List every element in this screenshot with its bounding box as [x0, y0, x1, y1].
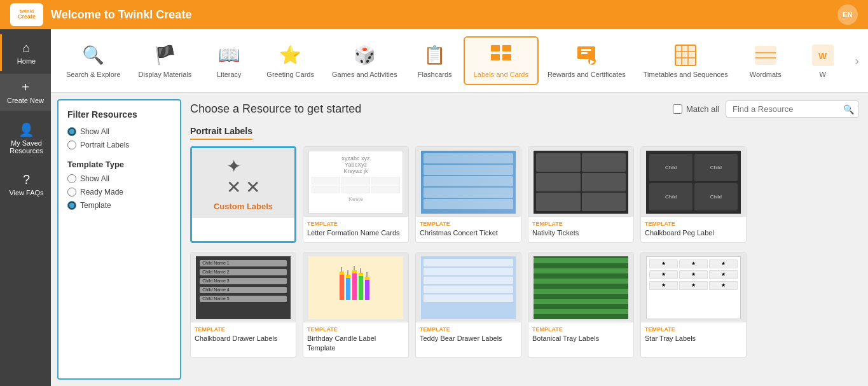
christmas-concert-tag: TEMPLATE	[420, 221, 517, 227]
sidebar-item-create-new[interactable]: + Create New	[0, 74, 51, 111]
sidebar-item-faqs[interactable]: ? View FAQs	[0, 166, 51, 203]
filter-ready-made[interactable]: Ready Made	[67, 188, 171, 196]
category-nav-next[interactable]: ›	[852, 53, 862, 68]
letter-formation-name: Letter Formation Name Cards	[307, 228, 404, 237]
category-rewards-label: Rewards and Certificates	[548, 71, 626, 79]
filter-show-all-radio[interactable]	[67, 127, 76, 136]
birthday-candle-info: TEMPLATE Birthday Candle Label Template	[303, 322, 408, 357]
filter-portrait-label: Portrait Labels	[80, 141, 129, 149]
find-resource-search-icon: 🔍	[843, 104, 854, 114]
resource-card-nativity[interactable]: TEMPLATE Nativity Tickets	[528, 146, 634, 243]
sidebar-item-create-label: Create New	[7, 97, 44, 104]
filter-portrait-radio[interactable]	[67, 141, 76, 149]
logo: twinklCreate	[10, 3, 43, 26]
lf-thumb-visual: xyzabc xyzYabcXyzKrsywz jk Keste	[308, 151, 403, 214]
category-timetables[interactable]: Timetables and Sequences	[635, 38, 737, 84]
filter-type-show-all[interactable]: Show All	[67, 174, 171, 183]
greeting-icon: ⭐	[279, 43, 301, 68]
empty-slot-row1	[753, 146, 859, 243]
svg-rect-6	[581, 52, 588, 54]
sidebar: ⌂ Home + Create New 👤 My Saved Resources…	[0, 29, 51, 386]
resource-card-christmas-concert[interactable]: TEMPLATE Christmas Concert Ticket	[415, 146, 521, 243]
resource-panel: Choose a Resource to get started Match a…	[181, 93, 868, 386]
sidebar-item-saved[interactable]: 👤 My Saved Resources	[0, 116, 51, 161]
category-labels[interactable]: Labels and Cards	[464, 36, 539, 85]
category-w-label: W	[820, 71, 826, 79]
chalkboard-peg-tag: TEMPLATE	[645, 221, 742, 227]
user-icon: 👤	[18, 122, 34, 137]
section-label: Portrait Labels	[190, 126, 252, 140]
search-category-icon: 🔍	[82, 43, 104, 68]
filter-show-all[interactable]: Show All	[67, 127, 171, 136]
filter-type-show-all-radio[interactable]	[67, 174, 76, 183]
nativity-name: Nativity Tickets	[532, 228, 630, 237]
resource-card-chalkboard-drawer[interactable]: Child Name 1 Child Name 2 Child Name 3 C…	[190, 252, 296, 358]
category-literacy[interactable]: 📖 Literacy	[200, 38, 258, 84]
svg-rect-5	[581, 49, 591, 51]
filter-template-radio[interactable]	[67, 201, 76, 210]
teddy-bear-info: TEMPLATE Teddy Bear Drawer Labels	[416, 322, 521, 348]
resource-card-letter-formation[interactable]: xyzabc xyzYabcXyzKrsywz jk Keste TEMPLAT…	[303, 146, 409, 243]
custom-labels-info	[192, 218, 294, 227]
category-games[interactable]: 🎲 Games and Activities	[323, 38, 406, 84]
category-rewards[interactable]: ▶ Rewards and Certificates	[539, 38, 635, 84]
teddy-visual	[421, 256, 516, 319]
category-w[interactable]: W W	[794, 38, 851, 84]
teddy-bear-name: Teddy Bear Drawer Labels	[420, 334, 517, 343]
find-resource-wrap: 🔍	[726, 100, 859, 118]
match-all-label: Match all	[686, 104, 719, 114]
blue-tickets-visual	[421, 151, 516, 214]
sidebar-item-saved-label: My Saved Resources	[7, 139, 46, 155]
filter-panel: Filter Resources Show All Portrait Label…	[57, 99, 181, 380]
svg-rect-33	[365, 277, 369, 280]
birthday-candle-name: Birthday Candle Label Template	[307, 334, 404, 352]
sidebar-item-home[interactable]: ⌂ Home	[0, 34, 51, 71]
filter-ready-made-radio[interactable]	[67, 188, 76, 196]
teddy-bear-thumb	[416, 252, 521, 322]
filter-type-show-all-label: Show All	[80, 174, 109, 183]
category-greeting[interactable]: ⭐ Greeting Cards	[258, 38, 323, 84]
nativity-thumb	[528, 147, 633, 217]
labels-icon	[490, 43, 513, 68]
resource-card-custom-labels[interactable]: ✦✕ ✕ Custom Labels	[190, 146, 296, 243]
category-wordmats[interactable]: Wordmats	[737, 38, 794, 84]
botanical-info: TEMPLATE Botanical Tray Labels	[528, 322, 633, 348]
resource-card-teddy-bear[interactable]: TEMPLATE Teddy Bear Drawer Labels	[415, 252, 521, 358]
svg-rect-27	[352, 270, 357, 273]
star-tray-name: Star Tray Labels	[645, 334, 742, 343]
sidebar-item-home-label: Home	[17, 57, 36, 65]
svg-rect-30	[359, 273, 363, 276]
panel-controls: Match all 🔍	[673, 100, 859, 118]
filter-portrait[interactable]: Portrait Labels	[67, 141, 171, 149]
custom-labels-text: Custom Labels	[214, 202, 273, 211]
christmas-concert-thumb	[416, 147, 521, 217]
custom-label-content: ✦✕ ✕ Custom Labels	[214, 156, 273, 211]
create-icon: +	[22, 80, 29, 95]
category-search[interactable]: 🔍 Search & Explore	[57, 38, 130, 84]
svg-text:▶: ▶	[590, 59, 595, 65]
category-search-label: Search & Explore	[66, 71, 121, 79]
birthday-candle-tag: TEMPLATE	[307, 326, 404, 333]
category-wordmats-label: Wordmats	[750, 71, 782, 79]
svg-rect-0	[491, 45, 500, 52]
find-resource-input[interactable]	[726, 100, 859, 118]
category-display[interactable]: 🏴 Display Materials	[130, 38, 201, 84]
home-icon: ⌂	[22, 41, 30, 55]
language-button[interactable]: EN	[837, 4, 858, 25]
christmas-concert-info: TEMPLATE Christmas Concert Ticket	[416, 217, 521, 242]
match-all-checkbox[interactable]	[673, 104, 682, 114]
wordmats-icon	[754, 43, 777, 68]
letter-formation-tag: TEMPLATE	[307, 221, 404, 227]
chalkboard-peg-info: TEMPLATE Chalkboard Peg Label	[641, 217, 746, 242]
green-stripes-visual	[534, 256, 628, 319]
literacy-icon: 📖	[218, 43, 240, 68]
resource-card-birthday-candle[interactable]: TEMPLATE Birthday Candle Label Template	[303, 252, 409, 358]
category-flashcards[interactable]: 📋 Flashcards	[406, 38, 464, 84]
resource-card-star-tray[interactable]: ★ ★ ★ ★ ★ ★ ★	[640, 252, 747, 358]
match-all-area: Match all	[673, 104, 719, 114]
svg-rect-23	[346, 278, 350, 300]
svg-rect-2	[491, 54, 500, 60]
filter-template[interactable]: Template	[67, 201, 171, 210]
resource-card-chalkboard-peg[interactable]: Child Child Child Child TEMPLATE Chalkbo…	[640, 146, 747, 243]
resource-card-botanical[interactable]: TEMPLATE Botanical Tray Labels	[528, 252, 634, 358]
